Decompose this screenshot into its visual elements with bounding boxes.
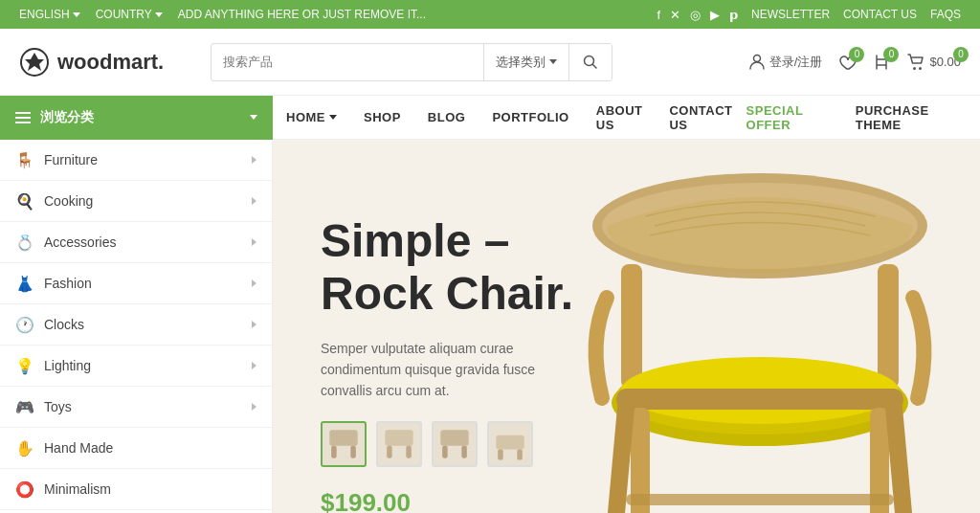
purchase-theme-link[interactable]: PURCHASE THEME	[856, 103, 961, 132]
hero-section: Simple –Rock Chair. Semper vulputate ali…	[273, 140, 980, 513]
svg-rect-14	[442, 446, 448, 458]
country-selector[interactable]: COUNTRY	[96, 8, 163, 21]
svg-rect-26	[616, 389, 903, 410]
contact-us-top-link[interactable]: CONTACT US	[843, 8, 917, 21]
hero-chair-image	[530, 149, 980, 513]
cart-icon	[906, 53, 925, 72]
hero-thumb-3[interactable]	[432, 421, 478, 467]
search-input[interactable]	[212, 47, 483, 77]
facebook-icon[interactable]: f	[657, 8, 660, 22]
twitter-icon[interactable]: ✕	[670, 8, 680, 22]
svg-line-3	[593, 64, 597, 68]
pinterest-icon[interactable]: 𝗽	[729, 8, 738, 22]
top-bar-left: ENGLISH COUNTRY ADD ANYTHING HERE OR JUS…	[19, 8, 426, 21]
accessories-arrow	[252, 238, 256, 246]
nav-contact-label: CONTACT US	[669, 103, 732, 132]
sidebar-item-accessories[interactable]: 💍 Accessories	[0, 222, 272, 263]
nav-about[interactable]: ABOUT US	[583, 96, 657, 140]
sidebar-item-furniture[interactable]: 🪑 Furniture	[0, 140, 272, 181]
cooking-arrow	[252, 197, 256, 205]
cooking-label: Cooking	[44, 193, 93, 209]
nav-blog[interactable]: BLOG	[414, 96, 479, 140]
hero-thumb-2[interactable]	[376, 421, 422, 467]
sidebar-item-clocks[interactable]: 🕐 Clocks	[0, 304, 272, 346]
lighting-icon: 💡	[15, 356, 34, 375]
nav-home-label: HOME	[286, 110, 325, 124]
minimalism-label: Minimalism	[44, 481, 111, 497]
category-label: 浏览分类	[40, 109, 94, 126]
chair-thumb-3-icon	[434, 423, 476, 465]
header-actions: 登录/注册 0 0 0 $0.00	[748, 53, 961, 72]
cart-button[interactable]: 0 $0.00	[906, 53, 961, 72]
svg-marker-1	[25, 53, 44, 71]
svg-rect-29	[626, 494, 894, 505]
country-chevron	[155, 12, 163, 17]
login-register-link[interactable]: 登录/注册	[748, 54, 823, 71]
top-bar: ENGLISH COUNTRY ADD ANYTHING HERE OR JUS…	[0, 0, 980, 29]
compare-badge: 0	[883, 47, 899, 62]
main-content: 🪑 Furniture 🍳 Cooking 💍 Accessories 👗 Fa…	[0, 140, 980, 513]
category-menu-toggle[interactable]: 浏览分类	[0, 96, 273, 140]
sidebar-item-cooking[interactable]: 🍳 Cooking	[0, 181, 272, 222]
chair-thumb-4-icon	[489, 423, 531, 465]
logo-text: woodmart.	[57, 50, 164, 75]
nav-contact[interactable]: CONTACT US	[656, 96, 746, 140]
nav-right: SPECIAL OFFER PURCHASE THEME	[746, 103, 961, 132]
sidebar-header-left: 浏览分类	[15, 109, 94, 126]
user-icon	[748, 54, 766, 71]
cart-badge: 0	[953, 47, 969, 62]
search-area: 选择类别	[211, 43, 612, 81]
compare-button[interactable]: 0	[872, 53, 891, 72]
youtube-icon[interactable]: ▶	[710, 8, 720, 22]
nav-shop[interactable]: SHOP	[350, 96, 414, 140]
hero-price: $199.00	[321, 488, 573, 513]
svg-rect-21	[621, 264, 642, 389]
logo[interactable]: woodmart.	[19, 47, 191, 78]
nav-home[interactable]: HOME	[273, 96, 350, 140]
nav-shop-label: SHOP	[364, 110, 401, 124]
furniture-arrow	[252, 156, 256, 164]
top-bar-right: f ✕ ◎ ▶ 𝗽 NEWSLETTER CONTACT US FAQS	[657, 8, 961, 22]
svg-point-4	[753, 55, 760, 61]
country-label: COUNTRY	[96, 8, 152, 21]
svg-rect-16	[496, 435, 523, 450]
faqs-link[interactable]: FAQS	[930, 8, 961, 21]
instagram-icon[interactable]: ◎	[690, 8, 701, 22]
sidebar-item-handmade[interactable]: ✋ Hand Made	[0, 428, 272, 469]
search-button[interactable]	[568, 44, 612, 80]
search-category-selector[interactable]: 选择类别	[483, 44, 568, 80]
handmade-label: Hand Made	[44, 440, 113, 456]
login-label: 登录/注册	[769, 54, 823, 71]
sidebar-item-minimalism[interactable]: ⭕ Minimalism	[0, 469, 272, 510]
promo-text: ADD ANYTHING HERE OR JUST REMOVE IT...	[178, 8, 426, 21]
hamburger-icon	[15, 112, 31, 123]
search-category-label: 选择类别	[496, 54, 546, 71]
sidebar-item-toys[interactable]: 🎮 Toys	[0, 387, 272, 428]
language-selector[interactable]: ENGLISH	[19, 8, 80, 21]
fashion-arrow	[252, 279, 256, 287]
sidebar-item-lighting[interactable]: 💡 Lighting	[0, 346, 272, 387]
svg-rect-7	[329, 430, 357, 446]
special-offer-link[interactable]: SPECIAL OFFER	[746, 103, 836, 132]
search-category-chevron	[549, 59, 557, 64]
chair-svg	[530, 149, 980, 513]
fashion-label: Fashion	[44, 276, 92, 291]
clocks-icon: 🕐	[15, 315, 34, 334]
svg-rect-22	[878, 264, 899, 389]
search-icon	[583, 55, 598, 70]
svg-rect-8	[331, 446, 337, 458]
furniture-label: Furniture	[44, 152, 98, 167]
svg-point-6	[919, 67, 922, 70]
sidebar-item-fashion[interactable]: 👗 Fashion	[0, 263, 272, 304]
clocks-arrow	[252, 321, 256, 328]
nav-portfolio[interactable]: PORTFOLIO	[479, 96, 582, 140]
wishlist-button[interactable]: 0	[837, 53, 857, 72]
hero-description: Semper vulputate aliquam curae condiment…	[321, 338, 541, 402]
hero-thumb-1[interactable]	[321, 421, 367, 467]
svg-rect-9	[350, 446, 356, 458]
handmade-icon: ✋	[15, 438, 34, 457]
toys-label: Toys	[44, 399, 72, 414]
clocks-label: Clocks	[44, 317, 84, 332]
newsletter-link[interactable]: NEWSLETTER	[751, 8, 830, 21]
hero-thumb-4[interactable]	[487, 421, 533, 467]
